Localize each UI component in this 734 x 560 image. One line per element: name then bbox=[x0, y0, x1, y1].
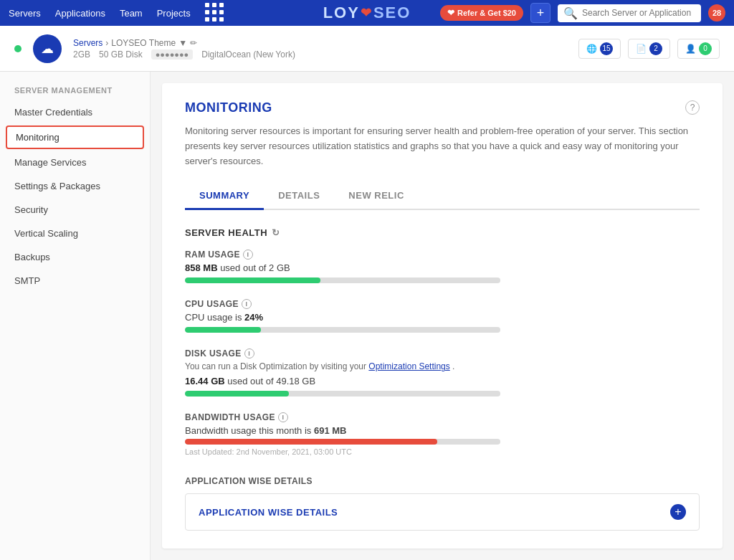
server-health-title: SERVER HEALTH ↻ bbox=[185, 227, 700, 238]
brand-heart-icon: ❤ bbox=[361, 5, 373, 21]
page-description: Monitoring server resources is important… bbox=[185, 124, 700, 169]
ram-progress-fill bbox=[185, 277, 320, 283]
server-edit-icon[interactable]: ✏ bbox=[190, 38, 197, 48]
tab-details[interactable]: DETAILS bbox=[264, 183, 334, 209]
sidebar: Server Management Master Credentials Mon… bbox=[0, 72, 151, 560]
sidebar-item-settings-packages[interactable]: Settings & Packages bbox=[0, 174, 150, 198]
accordion-expand-icon[interactable]: + bbox=[670, 504, 686, 520]
server-info: Servers › LOYSEO Theme ▼ ✏ 2GB 50 GB Dis… bbox=[73, 38, 295, 60]
sidebar-label-master-credentials: Master Credentials bbox=[14, 107, 92, 118]
cpu-value: CPU usage is 24% bbox=[185, 312, 700, 323]
tab-summary[interactable]: SUMMARY bbox=[185, 183, 264, 210]
brand-seo: SEO bbox=[373, 4, 411, 22]
breadcrumb: Servers › LOYSEO Theme ▼ ✏ bbox=[73, 38, 295, 48]
optimization-settings-link[interactable]: Optimization Settings bbox=[368, 361, 449, 371]
monitoring-tabs: SUMMARY DETAILS NEW RELIC bbox=[185, 183, 700, 210]
refer-button[interactable]: ❤ Refer & Get $20 bbox=[440, 5, 523, 21]
ram-progress-bar bbox=[185, 277, 500, 283]
stat-files[interactable]: 📄 2 bbox=[628, 39, 670, 59]
server-dropdown-icon[interactable]: ▼ bbox=[178, 38, 187, 48]
disk-value: 16.44 GB used out of 49.18 GB bbox=[185, 376, 700, 386]
server-provider: DigitalOcean (New York) bbox=[201, 49, 295, 60]
sidebar-item-backups[interactable]: Backups bbox=[0, 245, 150, 269]
sidebar-label-smtp: SMTP bbox=[14, 275, 40, 286]
disk-note: You can run a Disk Optimization by visit… bbox=[185, 361, 700, 371]
stat-www[interactable]: 🌐 15 bbox=[578, 39, 621, 59]
page-title: MONITORING bbox=[185, 100, 272, 115]
main-layout: Server Management Master Credentials Mon… bbox=[0, 72, 734, 560]
cpu-metric: CPU USAGE i CPU usage is 24% bbox=[185, 299, 700, 333]
www-count: 15 bbox=[600, 42, 613, 55]
bandwidth-value: Bandwidth usage this month is 691 MB bbox=[185, 425, 700, 436]
server-disk: 50 GB Disk bbox=[99, 49, 143, 60]
server-icon: ☁ bbox=[33, 34, 62, 63]
sidebar-item-smtp[interactable]: SMTP bbox=[0, 269, 150, 293]
breadcrumb-separator: › bbox=[105, 38, 108, 48]
app-accordion-label: APPLICATION WISE DETAILS bbox=[199, 507, 338, 518]
nav-servers[interactable]: Servers bbox=[9, 8, 41, 19]
sidebar-item-manage-services[interactable]: Manage Services bbox=[0, 151, 150, 174]
grid-menu-icon[interactable] bbox=[205, 3, 225, 23]
cpu-progress-bar bbox=[185, 327, 500, 333]
www-icon: 🌐 bbox=[586, 44, 597, 54]
brand-loy: LOY bbox=[323, 4, 360, 22]
content-header: MONITORING ? bbox=[185, 100, 700, 115]
ram-value: 858 MB used out of 2 GB bbox=[185, 262, 700, 273]
last-updated: Last Updated: 2nd November, 2021, 03:00 … bbox=[185, 447, 700, 456]
disk-info-icon[interactable]: i bbox=[244, 348, 254, 359]
server-ip-badge: ●●●●●●● bbox=[151, 49, 194, 60]
help-icon[interactable]: ? bbox=[685, 100, 700, 115]
app-details-section: APPLICATION WISE DETAILS APPLICATION WIS… bbox=[185, 476, 700, 531]
user-count: 0 bbox=[699, 42, 712, 55]
ram-metric: RAM USAGE i 858 MB used out of 2 GB bbox=[185, 250, 700, 283]
app-details-accordion[interactable]: APPLICATION WISE DETAILS + bbox=[185, 493, 700, 531]
ram-info-icon[interactable]: i bbox=[243, 250, 253, 260]
server-specs: 2GB 50 GB Disk ●●●●●●● DigitalOcean (New… bbox=[73, 49, 295, 60]
add-button[interactable]: + bbox=[530, 3, 550, 23]
nav-projects[interactable]: Projects bbox=[157, 8, 191, 19]
breadcrumb-servers-link[interactable]: Servers bbox=[73, 38, 103, 48]
refresh-icon[interactable]: ↻ bbox=[272, 227, 280, 238]
sidebar-item-master-credentials[interactable]: Master Credentials bbox=[0, 100, 150, 124]
cpu-info-icon[interactable]: i bbox=[242, 299, 252, 309]
nav-applications[interactable]: Applications bbox=[55, 8, 105, 19]
brand-logo: LOY ❤ SEO bbox=[323, 4, 411, 22]
search-input[interactable] bbox=[582, 8, 695, 18]
sidebar-label-backups: Backups bbox=[14, 252, 50, 262]
disk-progress-fill bbox=[185, 391, 289, 397]
bandwidth-progress-fill bbox=[185, 439, 437, 445]
sidebar-item-security[interactable]: Security bbox=[0, 198, 150, 222]
sidebar-item-monitoring[interactable]: Monitoring bbox=[6, 125, 144, 149]
tab-new-relic[interactable]: NEW RELIC bbox=[334, 183, 418, 209]
sidebar-label-security: Security bbox=[14, 204, 48, 215]
disk-metric: DISK USAGE i You can run a Disk Optimiza… bbox=[185, 348, 700, 397]
search-icon: 🔍 bbox=[563, 6, 578, 20]
refer-label: Refer & Get $20 bbox=[457, 9, 516, 17]
server-status-dot bbox=[14, 45, 22, 52]
cpu-label: CPU USAGE i bbox=[185, 299, 700, 309]
stat-users[interactable]: 👤 0 bbox=[677, 39, 720, 59]
server-stats: 🌐 15 📄 2 👤 0 bbox=[578, 39, 720, 59]
server-name-label: LOYSEO Theme bbox=[111, 38, 176, 48]
server-bar: ☁ Servers › LOYSEO Theme ▼ ✏ 2GB 50 GB D… bbox=[0, 26, 734, 72]
sidebar-label-monitoring: Monitoring bbox=[16, 132, 59, 143]
refer-heart-icon: ❤ bbox=[447, 8, 454, 18]
disk-label: DISK USAGE i bbox=[185, 348, 700, 359]
sidebar-section-label: Server Management bbox=[0, 86, 150, 100]
search-box[interactable]: 🔍 bbox=[558, 4, 701, 22]
ram-label: RAM USAGE i bbox=[185, 250, 700, 260]
sidebar-item-vertical-scaling[interactable]: Vertical Scaling bbox=[0, 222, 150, 245]
bandwidth-info-icon[interactable]: i bbox=[278, 412, 288, 422]
sidebar-label-vertical-scaling: Vertical Scaling bbox=[14, 228, 78, 239]
cpu-progress-fill bbox=[185, 327, 261, 333]
nav-team[interactable]: Team bbox=[120, 8, 143, 19]
top-navigation: Servers Applications Team Projects LOY ❤… bbox=[0, 0, 734, 26]
topnav-right-group: ❤ Refer & Get $20 + 🔍 28 bbox=[440, 3, 725, 23]
notification-badge[interactable]: 28 bbox=[708, 4, 725, 22]
bandwidth-label: BANDWIDTH USAGE i bbox=[185, 412, 700, 422]
server-ram: 2GB bbox=[73, 49, 90, 60]
sidebar-label-manage-services: Manage Services bbox=[14, 157, 86, 168]
user-icon: 👤 bbox=[685, 44, 696, 54]
file-icon: 📄 bbox=[636, 44, 647, 54]
disk-progress-bar bbox=[185, 391, 500, 397]
